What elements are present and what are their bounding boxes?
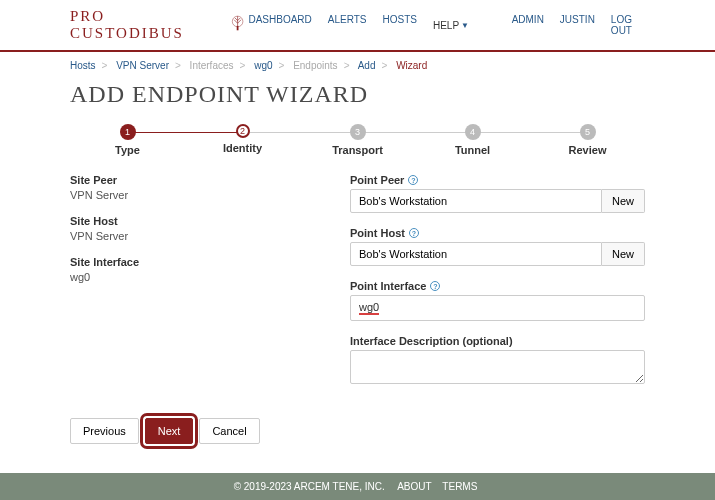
next-button[interactable]: Next — [145, 418, 194, 444]
brand-text: PRO CUSTODIBUS — [70, 8, 219, 42]
point-host-new-button[interactable]: New — [602, 242, 645, 266]
crumb-vpn-server[interactable]: VPN Server — [116, 60, 169, 71]
crumb-interfaces: Interfaces — [190, 60, 234, 71]
nav-dashboard[interactable]: DASHBOARD — [248, 14, 311, 36]
help-icon[interactable]: ? — [408, 175, 418, 185]
left-panel: Site Peer VPN Server Site Host VPN Serve… — [70, 174, 310, 402]
site-interface-value: wg0 — [70, 271, 310, 283]
step-tunnel[interactable]: 4 Tunnel — [415, 124, 530, 156]
description-textarea[interactable] — [350, 350, 645, 384]
brand[interactable]: PRO CUSTODIBUS — [70, 8, 248, 42]
nav-hosts[interactable]: HOSTS — [383, 14, 417, 36]
brand-tree-icon — [227, 14, 248, 36]
site-interface-label: Site Interface — [70, 256, 310, 268]
wizard-steps: 1 Type 2 Identity 3 Transport 4 Tunnel 5… — [70, 124, 645, 156]
crumb-endpoints: Endpoints — [293, 60, 337, 71]
top-bar: PRO CUSTODIBUS DASHBOARD ALERTS HOSTS HE… — [0, 0, 715, 52]
footer-copyright: © 2019-2023 ARCEM TENE, INC. — [234, 481, 385, 484]
nav-logout[interactable]: LOG OUT — [611, 14, 645, 36]
point-peer-new-button[interactable]: New — [602, 189, 645, 213]
svg-rect-1 — [237, 26, 239, 30]
breadcrumb: Hosts> VPN Server> Interfaces> wg0> Endp… — [70, 60, 645, 71]
site-peer-value: VPN Server — [70, 189, 310, 201]
point-host-label: Point Host ? — [350, 227, 645, 239]
help-icon[interactable]: ? — [430, 281, 440, 291]
site-host-value: VPN Server — [70, 230, 310, 242]
crumb-wg0[interactable]: wg0 — [254, 60, 272, 71]
nav-user[interactable]: JUSTIN — [560, 14, 595, 36]
footer: © 2019-2023 ARCEM TENE, INC. ABOUT TERMS — [0, 473, 715, 484]
cancel-button[interactable]: Cancel — [199, 418, 259, 444]
right-panel: Point Peer ? New Point Host ? New Point … — [350, 174, 645, 402]
chevron-down-icon: ▼ — [461, 21, 469, 30]
site-host-label: Site Host — [70, 215, 310, 227]
description-label: Interface Description (optional) — [350, 335, 645, 347]
site-peer-label: Site Peer — [70, 174, 310, 186]
crumb-add[interactable]: Add — [358, 60, 376, 71]
crumb-hosts[interactable]: Hosts — [70, 60, 96, 71]
main-nav: DASHBOARD ALERTS HOSTS HELP▼ ADMIN JUSTI… — [248, 14, 645, 36]
nav-alerts[interactable]: ALERTS — [328, 14, 367, 36]
crumb-wizard: Wizard — [396, 60, 427, 71]
page-title: ADD ENDPOINT WIZARD — [70, 81, 645, 108]
step-review[interactable]: 5 Review — [530, 124, 645, 156]
point-host-input[interactable] — [350, 242, 602, 266]
point-peer-label: Point Peer ? — [350, 174, 645, 186]
footer-about[interactable]: ABOUT — [397, 481, 431, 484]
point-interface-label: Point Interface ? — [350, 280, 645, 292]
step-type[interactable]: 1 Type — [70, 124, 185, 156]
footer-terms[interactable]: TERMS — [442, 481, 477, 484]
step-identity[interactable]: 2 Identity — [185, 124, 300, 154]
nav-admin[interactable]: ADMIN — [512, 14, 544, 36]
previous-button[interactable]: Previous — [70, 418, 139, 444]
nav-help[interactable]: HELP▼ — [433, 14, 469, 36]
help-icon[interactable]: ? — [409, 228, 419, 238]
point-interface-input[interactable]: wg0 — [350, 295, 645, 321]
step-transport[interactable]: 3 Transport — [300, 124, 415, 156]
point-peer-input[interactable] — [350, 189, 602, 213]
wizard-actions: Previous Next Cancel — [70, 418, 645, 444]
